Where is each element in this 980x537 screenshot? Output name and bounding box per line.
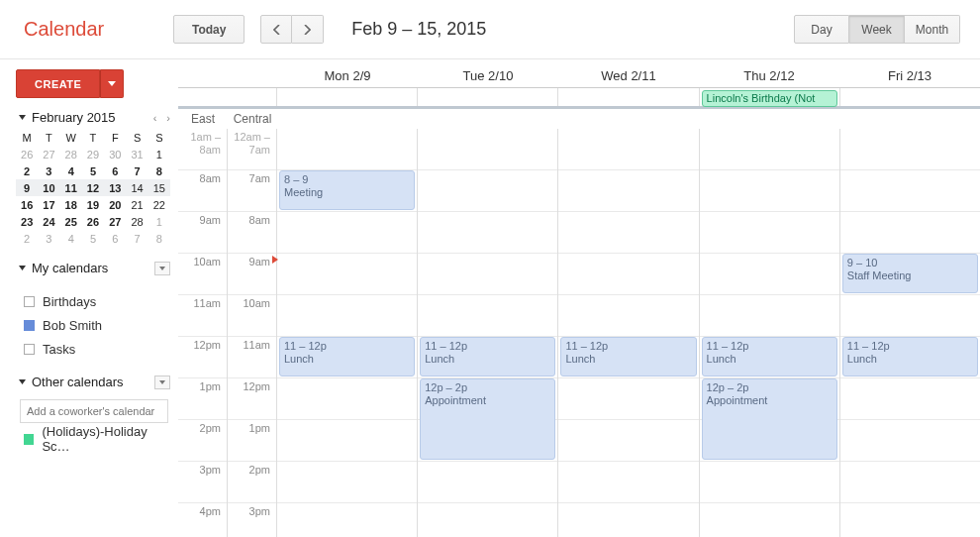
minical-day[interactable]: 17 — [38, 196, 59, 213]
my-calendars-menu[interactable] — [154, 262, 170, 275]
minical-day[interactable]: 5 — [82, 230, 104, 247]
calendar-color-swatch[interactable] — [24, 320, 35, 331]
day-header[interactable]: Tue 2/10 — [418, 68, 558, 87]
minical-day[interactable]: 5 — [82, 162, 104, 179]
allday-cell[interactable]: Lincoln's Birthday (Not — [700, 88, 840, 106]
minical-day[interactable]: 4 — [60, 230, 82, 247]
minical-day[interactable]: 6 — [104, 162, 126, 179]
minical-day[interactable]: 7 — [126, 162, 147, 179]
calendar-list-item[interactable]: (Holidays)-Holiday Sc… — [16, 427, 170, 451]
minical-day[interactable]: 14 — [126, 179, 147, 196]
event-time: 12p – 2p — [707, 381, 833, 394]
view-month-button[interactable]: Month — [905, 15, 960, 44]
minical-prev[interactable]: ‹ — [153, 112, 157, 124]
calendar-list-item[interactable]: Bob Smith — [16, 313, 170, 337]
caret-down-icon — [108, 81, 116, 86]
day-header[interactable]: Wed 2/11 — [558, 68, 699, 87]
calendar-color-swatch[interactable] — [24, 344, 35, 355]
minical-day[interactable]: 6 — [104, 230, 126, 247]
minical-disclose[interactable] — [16, 115, 28, 120]
day-column[interactable]: 8 – 9Meeting11 – 12pLunch — [277, 129, 418, 537]
minical-day[interactable]: 3 — [38, 230, 59, 247]
minical-day[interactable]: 29 — [82, 146, 104, 162]
minical-day[interactable]: 13 — [104, 179, 126, 196]
minical-day[interactable]: 12 — [82, 179, 104, 196]
minical-day[interactable]: 7 — [126, 230, 147, 247]
calendar-color-swatch[interactable] — [24, 296, 35, 307]
minical-next[interactable]: › — [166, 112, 170, 124]
minical-day[interactable]: 23 — [16, 213, 38, 230]
day-column[interactable]: 11 – 12pLunch12p – 2pAppointment — [700, 129, 840, 537]
allday-cell[interactable] — [277, 88, 418, 106]
minical-day[interactable]: 16 — [16, 196, 38, 213]
minical-day[interactable]: 26 — [16, 146, 38, 162]
today-button[interactable]: Today — [173, 15, 245, 44]
minical-day[interactable]: 18 — [60, 196, 82, 213]
minical-day[interactable]: 9 — [16, 179, 38, 196]
calendar-event[interactable]: 12p – 2pAppointment — [702, 378, 837, 460]
add-coworker-input[interactable] — [20, 399, 168, 423]
minical-day[interactable]: 25 — [60, 213, 82, 230]
calendar-event[interactable]: 8 – 9Meeting — [279, 170, 415, 210]
my-calendars-label: My calendars — [32, 261, 154, 275]
minical-day[interactable]: 8 — [148, 230, 170, 247]
calendar-event[interactable]: 11 – 12pLunch — [560, 337, 696, 376]
calendar-color-swatch[interactable] — [24, 434, 34, 445]
time-label-central: 1pm — [228, 420, 276, 462]
allday-cell[interactable] — [418, 88, 558, 106]
mini-calendar[interactable]: MTWTFSS 26272829303112345678910111213141… — [16, 129, 170, 247]
minical-day[interactable]: 1 — [148, 213, 170, 230]
calendar-list-item[interactable]: Birthdays — [16, 289, 170, 313]
day-column[interactable]: 11 – 12pLunch12p – 2pAppointment — [418, 129, 558, 537]
day-header[interactable]: Thu 2/12 — [699, 68, 839, 87]
create-button[interactable]: CREATE — [16, 69, 100, 98]
minical-day[interactable]: 22 — [148, 196, 170, 213]
time-label-east: 8am — [178, 170, 227, 212]
minical-day[interactable]: 27 — [38, 146, 59, 162]
minical-day[interactable]: 15 — [148, 179, 170, 196]
minical-day[interactable]: 27 — [104, 213, 126, 230]
minical-day[interactable]: 2 — [16, 230, 38, 247]
next-button[interactable] — [292, 15, 324, 44]
event-title: Lunch — [565, 353, 691, 366]
minical-day[interactable]: 2 — [16, 162, 38, 179]
day-column[interactable]: 9 – 10Staff Meeting11 – 12pLunch — [840, 129, 980, 537]
other-calendars-disclose[interactable] — [16, 379, 28, 384]
allday-event[interactable]: Lincoln's Birthday (Not — [702, 90, 837, 107]
minical-day[interactable]: 28 — [126, 213, 147, 230]
minical-day[interactable]: 19 — [82, 196, 104, 213]
minical-day[interactable]: 31 — [126, 146, 147, 162]
create-dropdown-button[interactable] — [100, 69, 124, 98]
minical-day[interactable]: 28 — [60, 146, 82, 162]
minical-day[interactable]: 21 — [126, 196, 147, 213]
minical-day[interactable]: 10 — [38, 179, 59, 196]
my-calendars-disclose[interactable] — [16, 266, 28, 270]
minical-day[interactable]: 26 — [82, 213, 104, 230]
calendar-event[interactable]: 12p – 2pAppointment — [420, 378, 555, 460]
minical-day[interactable]: 30 — [104, 146, 126, 162]
prev-button[interactable] — [260, 15, 292, 44]
time-label-central: 7am — [228, 170, 276, 212]
minical-day[interactable]: 11 — [60, 179, 82, 196]
minical-day[interactable]: 4 — [60, 162, 82, 179]
calendar-event[interactable]: 11 – 12pLunch — [420, 337, 555, 376]
minical-day[interactable]: 8 — [148, 162, 170, 179]
view-day-button[interactable]: Day — [794, 15, 849, 44]
other-calendars-menu[interactable] — [154, 376, 170, 389]
minical-day[interactable]: 3 — [38, 162, 59, 179]
minical-day[interactable]: 24 — [38, 213, 59, 230]
allday-cell[interactable] — [840, 88, 980, 106]
day-header[interactable]: Fri 2/13 — [839, 68, 980, 87]
calendar-list-item[interactable]: Tasks — [16, 337, 170, 361]
time-label-central: 11am — [228, 337, 276, 378]
allday-cell[interactable] — [558, 88, 699, 106]
calendar-event[interactable]: 11 – 12pLunch — [279, 337, 415, 376]
minical-day[interactable]: 20 — [104, 196, 126, 213]
day-column[interactable]: 11 – 12pLunch — [558, 129, 699, 537]
calendar-event[interactable]: 11 – 12pLunch — [842, 337, 978, 376]
minical-day[interactable]: 1 — [148, 146, 170, 162]
view-week-button[interactable]: Week — [849, 15, 905, 44]
calendar-event[interactable]: 9 – 10Staff Meeting — [842, 254, 978, 293]
calendar-event[interactable]: 11 – 12pLunch — [702, 337, 837, 376]
day-header[interactable]: Mon 2/9 — [277, 68, 418, 87]
